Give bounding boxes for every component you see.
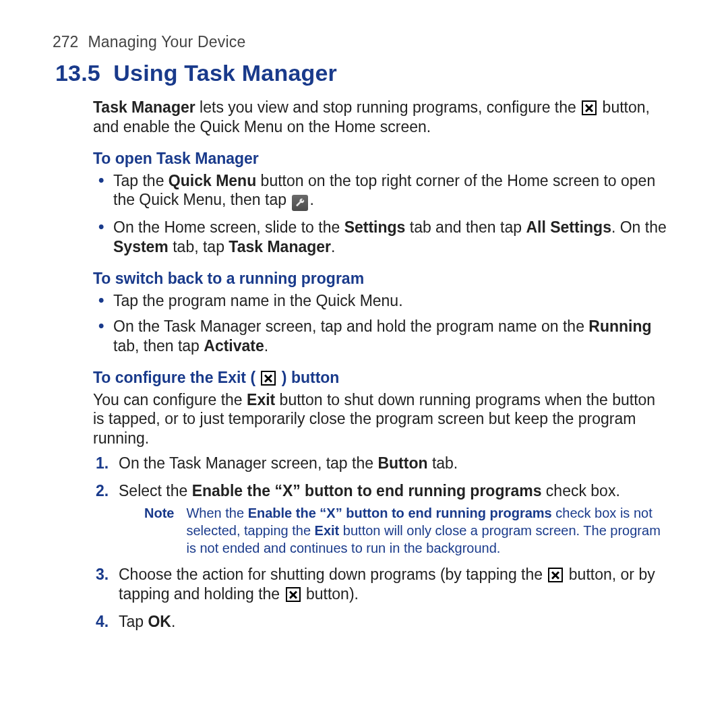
list-item: Tap the Quick Menu button on the top rig…: [93, 171, 669, 212]
page-number: 272: [53, 32, 78, 52]
list-item: Tap OK.: [93, 612, 669, 632]
switch-list: Tap the program name in the Quick Menu. …: [93, 291, 669, 356]
configure-intro: You can configure the Exit button to shu…: [93, 390, 669, 448]
list-item: Choose the action for shutting down prog…: [93, 565, 669, 604]
subhead-open: To open Task Manager: [93, 149, 669, 169]
close-x-icon: [582, 100, 597, 115]
content: Task Manager lets you view and stop runn…: [93, 98, 669, 631]
chapter-title: Managing Your Device: [88, 32, 245, 52]
close-x-icon: [548, 568, 563, 582]
list-item: On the Task Manager screen, tap and hold…: [93, 317, 669, 356]
section-number: 13.5: [55, 60, 100, 86]
list-item: Select the Enable the “X” button to end …: [93, 481, 669, 557]
subhead-switch: To switch back to a running program: [93, 269, 669, 289]
close-x-icon: [286, 587, 301, 602]
note-label: Note: [144, 504, 174, 557]
wrench-icon: [292, 195, 308, 211]
open-list: Tap the Quick Menu button on the top rig…: [93, 171, 669, 257]
list-item: On the Home screen, slide to the Setting…: [93, 218, 669, 257]
section-heading: 13.5 Using Task Manager: [55, 59, 675, 88]
page-header: 272 Managing Your Device: [53, 32, 675, 52]
note-block: Note When the Enable the “X” button to e…: [144, 504, 669, 557]
list-item: On the Task Manager screen, tap the Butt…: [93, 454, 669, 473]
note-body: When the Enable the “X” button to end ru…: [186, 504, 669, 557]
intro-paragraph: Task Manager lets you view and stop runn…: [93, 98, 669, 137]
close-x-icon: [261, 371, 276, 386]
list-item: Tap the program name in the Quick Menu.: [93, 291, 669, 311]
subhead-configure: To configure the Exit ( ) button: [93, 368, 669, 388]
section-title: Using Task Manager: [113, 60, 337, 86]
configure-steps: On the Task Manager screen, tap the Butt…: [93, 454, 669, 632]
intro-strong: Task Manager: [93, 98, 195, 116]
